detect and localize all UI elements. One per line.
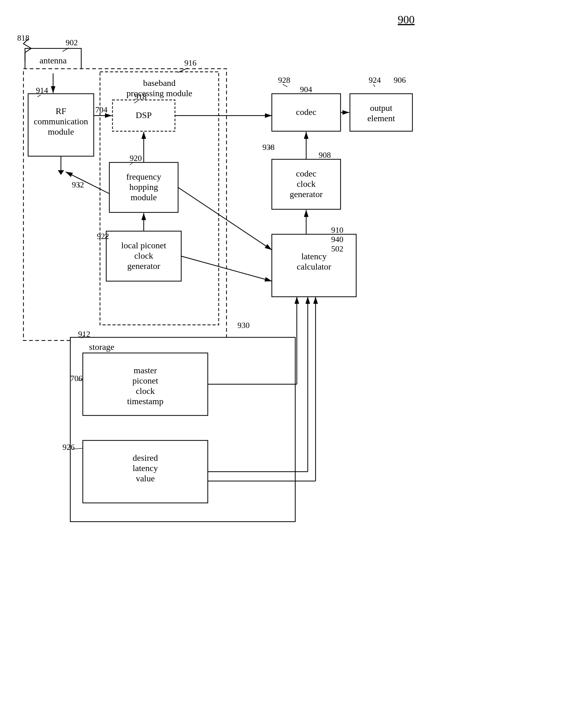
baseband-title: baseband	[143, 78, 175, 88]
ref-928: 928	[278, 76, 290, 85]
ref-706: 706	[70, 374, 83, 383]
ref-932: 932	[72, 180, 84, 189]
ref-938: 938	[262, 143, 275, 152]
ref-502: 502	[331, 244, 343, 253]
latency-label1: latency	[301, 251, 327, 261]
ref-918: 918	[134, 92, 147, 101]
desired-latency-label2: latency	[133, 463, 158, 473]
ref-818: 818	[17, 34, 29, 42]
ref-704: 704	[95, 105, 107, 114]
master-piconet-label2: piconet	[132, 376, 159, 385]
diagram-title: 900	[398, 14, 415, 26]
antenna-label: antenna	[39, 56, 67, 65]
ref-924-line	[373, 84, 375, 87]
codec-clock-label1: codec	[296, 169, 316, 178]
master-piconet-label1: master	[134, 365, 157, 375]
dsp-label: DSP	[135, 110, 151, 120]
local-piconet-label3: generator	[127, 261, 160, 271]
desired-latency-label3: value	[136, 473, 155, 483]
master-piconet-label3: clock	[136, 386, 155, 396]
freq-hopping-label2: hopping	[129, 182, 158, 192]
desired-latency-label1: desired	[133, 453, 158, 463]
ref-908: 908	[319, 151, 331, 160]
freq-hopping-label3: module	[131, 192, 157, 202]
freq-hopping-label1: frequency	[126, 172, 161, 182]
codec-clock-label2: clock	[297, 179, 316, 189]
diagram: 900 antenna 818 902 108 916 baseband pro…	[0, 0, 588, 720]
output-label2: element	[368, 113, 395, 123]
ref-924: 924	[369, 76, 381, 85]
rf-label2: communication	[34, 117, 88, 126]
master-piconet-label4: timestamp	[127, 396, 164, 406]
rf-label1: RF	[56, 106, 66, 116]
ref-916: 916	[184, 58, 196, 67]
ref-920: 920	[130, 154, 142, 163]
rf-label3: module	[48, 127, 74, 136]
ref-902: 902	[66, 38, 78, 47]
ref-910: 910	[331, 226, 343, 235]
ref-940: 940	[331, 235, 343, 244]
ref-906: 906	[394, 76, 406, 85]
codec-label: codec	[296, 107, 316, 117]
ref-928-line	[283, 84, 288, 87]
local-piconet-label1: local piconet	[121, 240, 166, 250]
output-label1: output	[370, 103, 393, 113]
ref-914: 914	[36, 86, 48, 95]
ref-904: 904	[300, 85, 312, 94]
latency-label2: calculator	[297, 262, 332, 272]
ref-926: 926	[62, 443, 75, 452]
storage-label: storage	[89, 342, 114, 352]
ref-930: 930	[237, 321, 250, 330]
codec-clock-label3: generator	[290, 189, 323, 199]
local-piconet-label2: clock	[134, 251, 153, 260]
ref-912: 912	[78, 330, 90, 339]
